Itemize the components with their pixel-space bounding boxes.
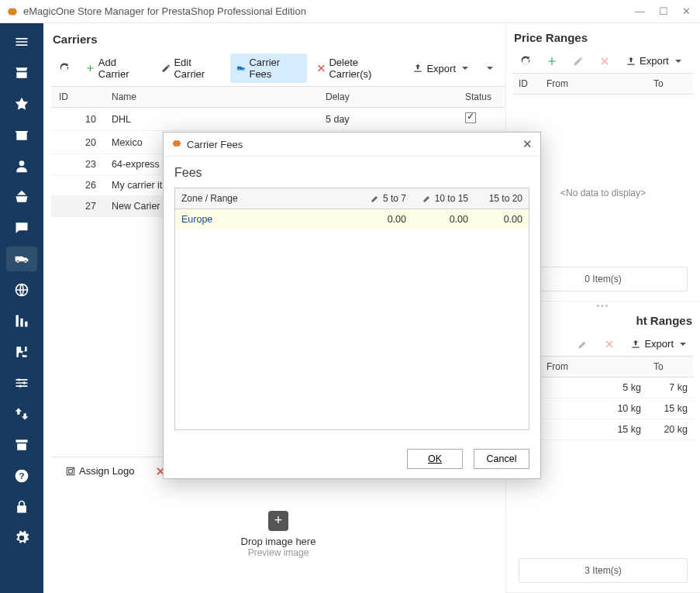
- edit-carrier-button[interactable]: Edit Carrier: [155, 53, 227, 83]
- delete-carrier-button[interactable]: Delete Carrier(s): [310, 53, 404, 83]
- dialog-logo-icon: [171, 138, 182, 151]
- fees-col-zone[interactable]: Zone / Range: [175, 188, 358, 209]
- fees-cell[interactable]: 0.00: [474, 209, 529, 229]
- carriers-more-button[interactable]: [478, 64, 499, 73]
- plus-icon: +: [268, 511, 288, 531]
- app-title: eMagicOne Store Manager for PrestaShop P…: [23, 5, 635, 17]
- svg-point-1: [18, 378, 20, 381]
- sidebar-products-icon[interactable]: [6, 122, 37, 147]
- wr-export-button[interactable]: Export: [624, 335, 692, 353]
- svg-point-3: [19, 385, 22, 388]
- carriers-export-button[interactable]: Export: [406, 60, 474, 78]
- add-carrier-button[interactable]: Add Carrier: [79, 53, 152, 83]
- carrier-fees-dialog: Carrier Fees ✕ Fees Zone / Range 5 to 7 …: [163, 132, 541, 479]
- cancel-button[interactable]: Cancel: [474, 449, 529, 469]
- pr-delete-button[interactable]: [593, 53, 616, 70]
- pr-export-button[interactable]: Export: [619, 52, 688, 70]
- sidebar-plugin-icon[interactable]: [6, 340, 37, 364]
- assign-logo-button[interactable]: Assign Logo: [59, 462, 141, 480]
- sidebar-help-icon[interactable]: ?: [6, 464, 37, 488]
- sidebar-stats-icon[interactable]: [6, 309, 37, 333]
- sidebar-store-icon[interactable]: [6, 60, 37, 85]
- pr-col-id[interactable]: ID: [512, 74, 540, 94]
- minimize-button[interactable]: —: [635, 5, 645, 17]
- sidebar-sliders-icon[interactable]: [6, 371, 37, 395]
- pr-col-to[interactable]: To: [647, 74, 694, 94]
- sidebar-shipping-icon[interactable]: [6, 247, 37, 271]
- wr-col-to[interactable]: To: [647, 357, 694, 377]
- wr-col-from[interactable]: From: [540, 357, 647, 377]
- sidebar-menu-icon[interactable]: [6, 29, 37, 54]
- col-name[interactable]: Name: [105, 87, 319, 107]
- titlebar: eMagicOne Store Manager for PrestaShop P…: [0, 0, 700, 23]
- pr-edit-button[interactable]: [567, 53, 590, 70]
- fees-zone: Europe: [175, 209, 358, 229]
- sidebar-lock-icon[interactable]: [6, 495, 37, 519]
- dialog-close-button[interactable]: ✕: [522, 137, 533, 151]
- wr-edit-button[interactable]: [571, 336, 595, 353]
- status-checkbox[interactable]: [465, 112, 476, 123]
- fees-col-3[interactable]: 15 to 20: [474, 188, 529, 209]
- fees-table: Zone / Range 5 to 7 10 to 15 15 to 20 Eu…: [174, 188, 529, 430]
- sidebar: ?: [0, 23, 43, 593]
- table-row[interactable]: 10 DHL 5 day: [51, 108, 505, 131]
- sidebar-archive-icon[interactable]: [6, 433, 37, 457]
- sidebar-sync-icon[interactable]: [6, 402, 37, 426]
- pr-count: 0 Item(s): [519, 267, 688, 291]
- sidebar-star-icon[interactable]: [6, 91, 37, 116]
- pr-col-from[interactable]: From: [540, 74, 647, 94]
- pr-refresh-button[interactable]: [514, 53, 537, 70]
- app-logo-icon: [6, 5, 19, 18]
- col-status[interactable]: Status: [459, 87, 505, 107]
- fees-col-2[interactable]: 10 to 15: [412, 188, 474, 209]
- maximize-button[interactable]: ☐: [659, 5, 668, 17]
- refresh-button[interactable]: [53, 60, 76, 77]
- col-id[interactable]: ID: [51, 87, 105, 107]
- sidebar-settings-icon[interactable]: [6, 526, 37, 550]
- sidebar-customer-icon[interactable]: [6, 153, 37, 178]
- wr-delete-button[interactable]: [598, 336, 621, 353]
- drop-title: Drop image here: [241, 536, 316, 547]
- fees-cell[interactable]: 0.00: [412, 209, 474, 229]
- dialog-title: Carrier Fees: [187, 139, 243, 150]
- drop-subtitle: Preview image: [248, 547, 309, 558]
- fees-col-1[interactable]: 5 to 7: [358, 188, 412, 209]
- sidebar-globe-icon[interactable]: [6, 278, 37, 302]
- sidebar-basket-icon[interactable]: [6, 184, 37, 209]
- carrier-fees-button[interactable]: Carrier Fees: [230, 53, 307, 83]
- sidebar-message-icon[interactable]: [6, 215, 37, 240]
- carriers-toolbar: Add Carrier Edit Carrier Carrier Fees De…: [51, 50, 505, 86]
- carriers-title: Carriers: [51, 29, 505, 50]
- fees-cell[interactable]: 0.00: [358, 209, 412, 229]
- svg-point-2: [23, 381, 26, 384]
- fees-heading: Fees: [174, 166, 529, 180]
- pr-add-button[interactable]: [540, 53, 564, 70]
- col-delay[interactable]: Delay: [319, 87, 459, 107]
- svg-text:?: ?: [19, 471, 24, 481]
- fees-row[interactable]: Europe 0.00 0.00 0.00: [175, 209, 529, 229]
- price-ranges-title: Price Ranges: [512, 28, 694, 49]
- ok-button[interactable]: OK: [407, 449, 463, 469]
- close-button[interactable]: ✕: [682, 5, 691, 17]
- wr-count: 3 Item(s): [519, 558, 688, 583]
- image-drop-zone[interactable]: + Drop image here Preview image: [59, 480, 498, 588]
